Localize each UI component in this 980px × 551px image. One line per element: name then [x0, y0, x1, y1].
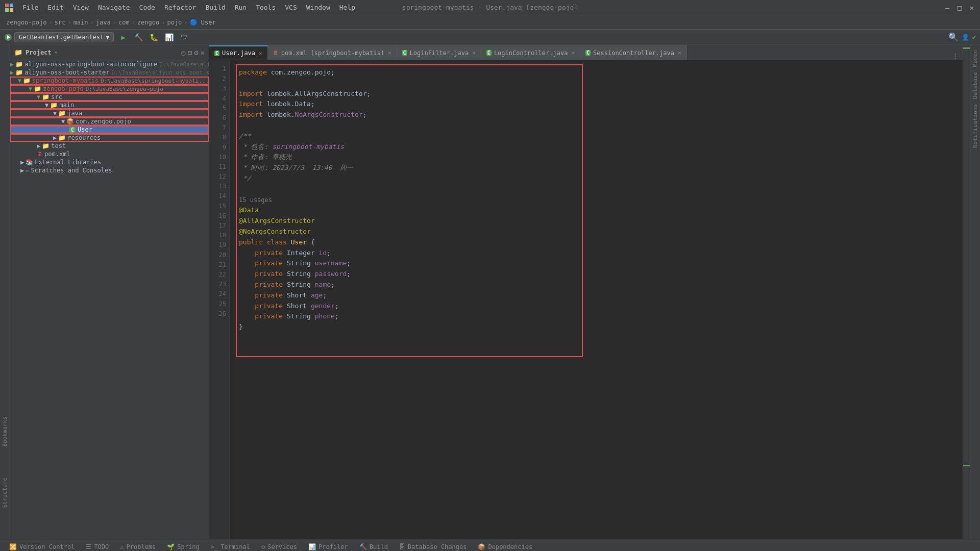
minimize-button[interactable]: – — [943, 4, 951, 12]
menu-help[interactable]: Help — [335, 3, 359, 12]
breadcrumb-zengoo[interactable]: zengoo — [137, 19, 159, 26]
code-line-8: * 包名: springboot-mybatis — [239, 142, 580, 153]
run-button[interactable]: ▶ — [117, 31, 129, 43]
bottom-tab-database-changes[interactable]: 🗄 Database Changes — [394, 541, 472, 552]
breadcrumb: zengoo-pojo › src › main › java › com › … — [0, 15, 980, 30]
tree-item-resources[interactable]: ▶ 📁 resources — [10, 134, 209, 142]
project-dropdown-arrow[interactable]: ▾ — [55, 49, 58, 55]
breadcrumb-java[interactable]: java — [96, 19, 111, 26]
expand-icon: ▶ — [37, 142, 40, 149]
tab-pom-xml[interactable]: 🗎 pom.xml (springboot-mybatis) ✕ — [268, 45, 397, 60]
breadcrumb-zengoo-pojo[interactable]: zengoo-pojo — [6, 19, 46, 26]
breadcrumb-main[interactable]: main — [74, 19, 88, 26]
profile-button[interactable]: 📊 — [163, 31, 175, 43]
expand-icon: ▶ — [20, 167, 24, 174]
tab-close-user[interactable]: ✕ — [259, 50, 262, 57]
maven-panel-label[interactable]: Maven — [971, 48, 979, 69]
menu-vcs[interactable]: VCS — [281, 3, 301, 12]
maximize-button[interactable]: □ — [955, 4, 964, 12]
expand-icon: ▼ — [53, 110, 57, 117]
tab-loginfilter[interactable]: C LoginFilter.java ✕ — [397, 45, 481, 60]
tree-item-src[interactable]: ▼ 📁 src — [10, 93, 209, 101]
tab-sessioncontroller[interactable]: C SessionController.java ✕ — [580, 45, 687, 60]
folder-icon: 📁 — [42, 93, 50, 101]
tab-user-java[interactable]: C User.java ✕ — [209, 45, 268, 60]
run-config-dropdown[interactable]: GetBeanTest.getBeanTest ▼ — [14, 32, 114, 42]
bottom-tab-build[interactable]: 🔨 Build — [354, 541, 393, 552]
scratch-icon: ✏ — [26, 167, 29, 174]
tree-item-springboot-mybatis[interactable]: ▼ 📁 springboot-mybatis D:\JavaBase\sprin… — [10, 77, 209, 85]
bottom-tab-label: Build — [370, 543, 388, 550]
menu-run[interactable]: Run — [231, 3, 251, 12]
code-line-3: import lombok.AllArgsConstructor; — [239, 89, 580, 99]
menu-view[interactable]: View — [69, 3, 93, 12]
breadcrumb-src[interactable]: src — [55, 19, 66, 26]
breadcrumb-com[interactable]: com — [118, 19, 130, 26]
user-icon[interactable]: 👤 — [962, 34, 969, 41]
tree-label: aliyun-oss-spring-boot-autoconfigure — [24, 61, 157, 68]
menu-build[interactable]: Build — [202, 3, 230, 12]
run-config-label: GetBeanTest.getBeanTest — [19, 34, 104, 41]
tree-item-user[interactable]: C User — [10, 126, 209, 134]
menu-edit[interactable]: Edit — [43, 3, 67, 12]
tab-close-loginfilter[interactable]: ✕ — [472, 49, 476, 56]
tree-item-test[interactable]: ▶ 📁 test — [10, 142, 209, 150]
close-button[interactable]: ✕ — [968, 4, 976, 12]
bottom-tab-spring[interactable]: 🌱 Spring — [162, 541, 204, 552]
bookmarks-label[interactable]: Bookmarks — [2, 416, 8, 447]
tab-more-icon[interactable]: ⋮ — [948, 52, 963, 60]
version-control-icon: 🔀 — [9, 543, 17, 550]
window-controls: – □ ✕ — [943, 4, 976, 12]
tree-path: D:\JavaBase\springboot-mybati... — [101, 78, 209, 84]
tab-close-pom[interactable]: ✕ — [388, 49, 391, 56]
notifications-panel-label[interactable]: Notifications — [971, 102, 979, 150]
build-button[interactable]: 🔨 — [132, 31, 144, 43]
bottom-tab-terminal[interactable]: >_ Terminal — [206, 541, 255, 552]
tree-item-aliyun-oss-starter[interactable]: ▶ 📁 aliyun-oss-boot-starter D:\JavaBase\… — [10, 68, 209, 77]
bottom-tab-services[interactable]: ⚙ Services — [256, 541, 302, 552]
menu-refactor[interactable]: Refactor — [160, 3, 201, 12]
coverage-button[interactable]: 🛡 — [178, 31, 190, 43]
tab-label: pom.xml (springboot-mybatis) — [281, 49, 384, 57]
database-panel-label[interactable]: Database — [971, 70, 979, 101]
tree-item-aliyun-oss-autoconfigure[interactable]: ▶ 📁 aliyun-oss-spring-boot-autoconfigure… — [10, 60, 209, 68]
structure-label[interactable]: Structure — [2, 478, 8, 508]
tree-item-scratches[interactable]: ▶ ✏ Scratches and Consoles — [10, 166, 209, 174]
tree-item-pom[interactable]: 🗎 pom.xml — [10, 150, 209, 158]
close-panel-icon[interactable]: ✕ — [201, 48, 205, 57]
code-editor[interactable]: 12345 678910 11121314 1516171819 2021222… — [209, 60, 963, 539]
bottom-tab-todo[interactable]: ☰ TODO — [81, 541, 114, 552]
bottom-tab-profiler[interactable]: 📊 Profiler — [303, 541, 353, 552]
tab-close-logincontroller[interactable]: ✕ — [571, 49, 575, 56]
locate-icon[interactable]: ◎ — [181, 48, 185, 57]
options-icon[interactable]: ⚙ — [194, 48, 198, 57]
code-line-19: private String password; — [239, 269, 580, 280]
code-content[interactable]: package com.zengoo.pojo; import lombok.A… — [230, 60, 963, 539]
tab-logincontroller[interactable]: C LoginController.java ✕ — [481, 45, 580, 60]
debug-button[interactable]: 🐛 — [148, 31, 160, 43]
bottom-tab-version-control[interactable]: 🔀 Version Control — [4, 541, 80, 552]
problems-icon: ⚠ — [120, 543, 124, 550]
tree-item-external-libs[interactable]: ▶ 📚 External Libraries — [10, 158, 209, 166]
tree-item-com-zengoo-pojo[interactable]: ▼ 📦 com.zengoo.pojo — [10, 117, 209, 126]
project-panel: 📁 Project ▾ ◎ ⊟ ⚙ ✕ ▶ 📁 aliyun-oss-sprin… — [10, 45, 209, 539]
tree-item-java[interactable]: ▼ 📁 java — [10, 109, 209, 117]
menu-file[interactable]: File — [18, 3, 42, 12]
code-line-4: import lombok.Data; — [239, 99, 580, 110]
breadcrumb-pojo[interactable]: pojo — [167, 19, 182, 26]
tree-item-main[interactable]: ▼ 📁 main — [10, 101, 209, 109]
line-numbers: 12345 678910 11121314 1516171819 2021222… — [209, 60, 230, 539]
tree-item-zengoo-pojo[interactable]: ▼ 📁 zengoo-pojo D:\JavaBase\zengoo-pojo — [10, 85, 209, 93]
bottom-tab-problems[interactable]: ⚠ Problems — [115, 541, 161, 552]
menu-window[interactable]: Window — [302, 3, 334, 12]
expand-icon: ▼ — [37, 93, 40, 101]
expand-icon: ▼ — [18, 77, 21, 84]
bottom-tab-dependencies[interactable]: 📦 Dependencies — [473, 541, 537, 552]
menu-navigate[interactable]: Navigate — [94, 3, 134, 12]
menu-tools[interactable]: Tools — [252, 3, 280, 12]
tab-close-sessioncontroller[interactable]: ✕ — [678, 49, 681, 56]
tab-icon-user: C — [214, 51, 219, 56]
collapse-icon[interactable]: ⊟ — [188, 48, 192, 57]
menu-code[interactable]: Code — [135, 3, 159, 12]
search-icon[interactable]: 🔍 — [948, 32, 959, 42]
